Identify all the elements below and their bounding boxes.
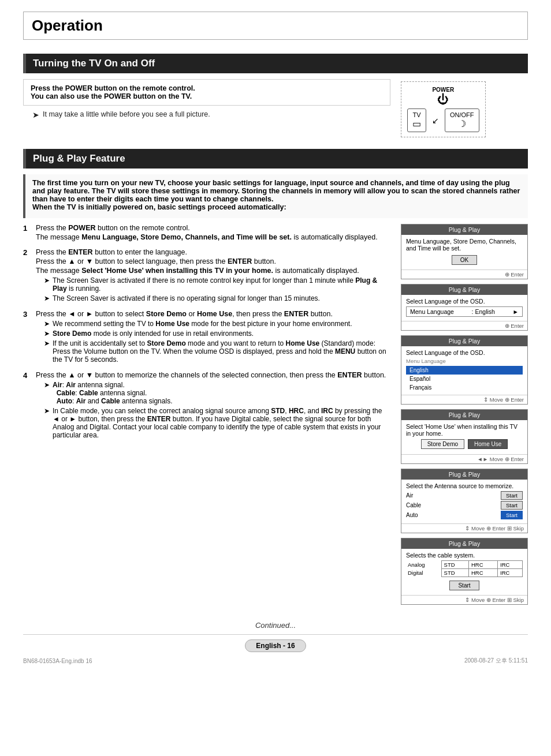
osd-cable-row-analog: Analog STD HRC IRC [406, 561, 523, 569]
step-3-note-2-text: Store Demo mode is only intended for use… [53, 330, 254, 338]
arrow-icon-1: ➤ [32, 110, 39, 119]
step-4-cable-note: ➤ In Cable mode, you can select the corr… [44, 407, 390, 439]
onoff-icon: ON/OFF ☽ [445, 108, 479, 132]
osd-ok-button[interactable]: OK [452, 255, 477, 265]
osd-analog-hrc[interactable]: HRC [468, 561, 497, 569]
step-1: 1 Press the POWER button on the remote c… [23, 224, 390, 242]
osd-panel-3-row-label: Menu Language [406, 358, 523, 364]
page-title: Operation [23, 12, 528, 40]
osd-antenna-auto: Auto Start [406, 511, 523, 519]
osd-panel-5-label: Select the Antenna source to memorize. [406, 482, 523, 489]
osd-panel-4-title: Plug & Play [401, 410, 527, 420]
osd-panel-4-buttons: Store Demo Home Use [406, 439, 523, 449]
step-3-content: Press the ◄ or ► button to select Store … [36, 310, 390, 365]
step-3-num: 3 [23, 310, 31, 319]
power-icon: ⏻ [407, 93, 479, 106]
osd-menu-francais[interactable]: Français [406, 383, 523, 392]
osd-auto-start[interactable]: Start [501, 511, 523, 519]
osd-cable-start-row: Start [406, 579, 523, 592]
osd-digital-hrc[interactable]: HRC [468, 569, 497, 577]
doc-file-label: BN68-01653A-Eng.indb 16 [23, 658, 92, 664]
power-row: TV ▭ ↙ ON/OFF ☽ [407, 108, 479, 132]
osd-panel-1: Plug & Play Menu Language, Store Demo, C… [401, 224, 528, 279]
osd-panel-4-body: Select 'Home Use' when installing this T… [401, 420, 527, 454]
osd-panel-3-body: Select Language of the OSD. Menu Languag… [401, 346, 527, 395]
step-4-main: Press the ▲ or ▼ button to memorize the … [36, 371, 390, 379]
osd-cable-table: Analog STD HRC IRC Digital STD HRC IRC [406, 560, 523, 577]
section-plug-play: Plug & Play Feature The first time you t… [23, 149, 528, 609]
osd-menu-espanol[interactable]: Español [406, 375, 523, 383]
osd-panel-5-body: Select the Antenna source to memorize. A… [401, 480, 527, 523]
osd-digital-std[interactable]: STD [441, 569, 468, 577]
plug-play-intro: The first time you turn on your new TV, … [23, 174, 528, 218]
step-3-note-3: ➤ If the unit is accidentally set to Sto… [44, 339, 390, 364]
osd-panel-5-title: Plug & Play [401, 469, 527, 480]
tv-label: TV [412, 111, 421, 118]
osd-digital-irc[interactable]: IRC [498, 569, 523, 577]
section1-note-text: It may take a little while before you se… [43, 110, 210, 118]
power-label: POWER [407, 87, 479, 93]
step-2-sub1: Press the ▲ or ▼ button to select langua… [36, 257, 390, 265]
arrow-icon-7: ➤ [44, 381, 50, 405]
store-demo-button[interactable]: Store Demo [421, 439, 464, 449]
step-4: 4 Press the ▲ or ▼ button to memorize th… [23, 371, 390, 441]
osd-panel-2: Plug & Play Select Language of the OSD. … [401, 284, 528, 331]
step-1-content: Press the POWER button on the remote con… [36, 224, 390, 242]
osd-cable-label: Cable [406, 502, 421, 508]
plug-play-intro-text: The first time you turn on your new TV, … [32, 179, 521, 211]
osd-analog-std[interactable]: STD [441, 561, 468, 569]
osd-antenna-air: Air Start [406, 491, 523, 500]
step-4-antenna-text: Air: Air antenna signal. Cable: Cable an… [53, 381, 172, 405]
step-1-num: 1 [23, 224, 31, 233]
step-2-note-2: ➤ The Screen Saver is activated if there… [44, 294, 390, 302]
home-use-button[interactable]: Home Use [468, 439, 508, 449]
osd-panel-6-footer: ⇕ Move ⊕ Enter ⊞ Skip [401, 595, 527, 604]
step-2-note-1-text: The Screen Saver is activated if there i… [53, 276, 390, 293]
onoff-symbol: ☽ [450, 118, 474, 129]
step-3: 3 Press the ◄ or ► button to select Stor… [23, 310, 390, 365]
osd-panel-3-title: Plug & Play [401, 336, 527, 346]
step-4-num: 4 [23, 371, 31, 380]
section1-label: Turning the TV On and Off [33, 58, 155, 69]
tv-icon: TV ▭ [407, 108, 426, 132]
osd-panel-5: Plug & Play Select the Antenna source to… [401, 469, 528, 533]
step-3-note-1: ➤ We recommend setting the TV to Home Us… [44, 320, 390, 328]
osd-cable-start[interactable]: Start [501, 501, 523, 510]
osd-panel-6-label: Selects the cable system. [406, 552, 523, 559]
osd-panel-4-label: Select 'Home Use' when installing this T… [406, 423, 523, 437]
section1-note: ➤ It may take a little while before you … [32, 110, 390, 119]
osd-panel-3: Plug & Play Select Language of the OSD. … [401, 335, 528, 405]
osd-panel-6-body: Selects the cable system. Analog STD HRC… [401, 549, 527, 595]
arrow-icon-8: ➤ [44, 407, 50, 439]
step-2: 2 Press the ENTER button to enter the la… [23, 248, 390, 304]
step-2-content: Press the ENTER button to enter the lang… [36, 248, 390, 304]
section-header-1: Turning the TV On and Off [23, 54, 528, 73]
osd-panel-5-footer: ⇕ Move ⊕ Enter ⊞ Skip [401, 523, 527, 533]
osd-air-start[interactable]: Start [501, 491, 523, 500]
tv-screen-icon: ▭ [412, 118, 421, 129]
power-diagram: POWER ⏻ TV ▭ ↙ ON/OFF ☽ [401, 81, 486, 137]
osd-antenna-cable: Cable Start [406, 501, 523, 510]
step-2-main: Press the ENTER button to enter the lang… [36, 248, 390, 256]
osd-digital-label: Digital [406, 569, 441, 577]
section-turning-on-off: Turning the TV On and Off Press the POWE… [23, 54, 528, 137]
step-1-main: Press the POWER button on the remote con… [36, 224, 390, 232]
osd-analog-irc[interactable]: IRC [498, 561, 523, 569]
osd-panel-4: Plug & Play Select 'Home Use' when insta… [401, 409, 528, 464]
osd-panel-6: Plug & Play Selects the cable system. An… [401, 538, 528, 605]
osd-panel-2-row: Menu Language : English ► [406, 306, 523, 317]
osd-cable-start-button[interactable]: Start [449, 581, 479, 590]
osd-panel-1-body: Menu Language, Store Demo, Channels, and… [401, 235, 527, 270]
onoff-label: ON/OFF [450, 111, 474, 118]
arrow-icon-4: ➤ [44, 320, 50, 328]
arrow-icon-5: ➤ [44, 330, 50, 338]
page-footer: English - 16 [23, 634, 528, 652]
step-2-sub2: The message Select 'Home Use' when insta… [36, 267, 390, 275]
osd-panel-2-body: Select Language of the OSD. Menu Languag… [401, 295, 527, 321]
step-2-num: 2 [23, 248, 31, 257]
osd-menu-english[interactable]: English [406, 366, 523, 375]
step-3-main: Press the ◄ or ► button to select Store … [36, 310, 390, 318]
osd-panel-1-ok-center: OK [406, 253, 523, 267]
doc-footer: BN68-01653A-Eng.indb 16 2008-08-27 오후 5:… [23, 657, 528, 665]
osd-panel-2-row-label: Menu Language [410, 308, 454, 315]
